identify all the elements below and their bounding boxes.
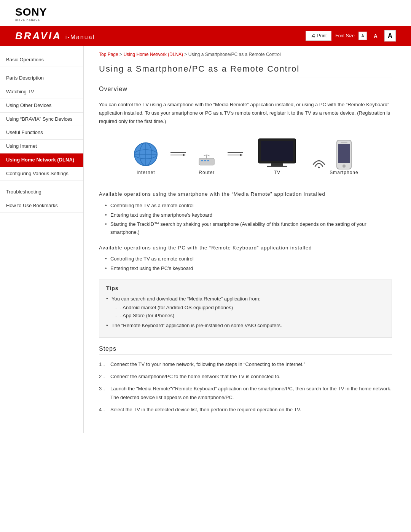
tips-item-2: The “Remote Keyboard” application is pre… [106,322,385,330]
breadcrumb: Top Page > Using Home Network (DLNA) > U… [99,52,392,57]
breadcrumb-sep2: > [184,52,188,57]
svg-rect-22 [338,144,350,163]
font-large-button[interactable]: A [384,30,396,42]
svg-rect-10 [207,160,209,161]
svg-rect-7 [199,158,214,165]
sidebar-item-troubleshooting[interactable]: Troubleshooting [0,185,83,199]
diagram-internet-label: Internet [137,170,155,175]
font-small-button[interactable]: A [358,32,367,40]
page-title: Using a Smartphone/PC as a Remote Contro… [99,64,392,78]
pc-keyboard-heading: Available operations using the PC with t… [99,244,392,252]
steps-list: Connect the TV to your home network, fol… [99,360,392,414]
tips-list: You can search and download the “Media R… [106,295,385,330]
font-medium-button[interactable]: A [371,31,381,41]
diagram: Internet Router [99,133,392,179]
media-remote-bullet-list: Controlling the TV as a remote control E… [105,202,392,236]
media-remote-bullet-3: Starting the TrackID™ search by shaking … [105,220,392,236]
bravia-logo: BRAVIA [15,30,62,42]
pc-keyboard-bullet-2: Entering text using the PC’s keyboard [105,265,392,273]
svg-rect-17 [261,141,293,161]
print-label: Print [317,33,327,38]
diagram-router: Router [197,152,216,175]
sidebar-item-configuring-settings[interactable]: Configuring Various Settings [0,167,83,181]
media-remote-bullet-2: Entering text using the smartphone’s key… [105,211,392,219]
sidebar-item-how-to-bookmarks[interactable]: How to Use Bookmarks [0,199,83,213]
tips-title: Tips [106,285,385,291]
sidebar-item-useful-functions[interactable]: Useful Functions [0,126,83,140]
title-bar-right: 🖨 Print Font Size A A A [306,30,396,42]
imanual-label: i-Manual [65,34,95,41]
title-bar: BRAVIA i-Manual 🖨 Print Font Size A A A [0,26,411,46]
sidebar-item-using-home-network[interactable]: Using Home Network (DLNA) [0,153,83,167]
breadcrumb-sep1: > [119,52,123,57]
media-remote-heading: Available operations using the smartphon… [99,190,392,198]
pc-keyboard-bullet-list: Controlling the TV as a remote control E… [105,255,392,273]
step-3-sub: The detected device list appears on the … [110,395,234,400]
step-3: Launch the "Media Remote"/"Remote Keyboa… [99,385,392,401]
tips-item-1-text: You can search and download the “Media R… [112,296,260,302]
bravia-title: BRAVIA i-Manual [15,30,95,42]
breadcrumb-dlna[interactable]: Using Home Network (DLNA) [123,52,183,57]
router-svg-icon [197,152,216,168]
sidebar-item-basic-operations[interactable]: Basic Operations [0,53,83,67]
print-icon: 🖨 [311,33,316,39]
breadcrumb-top-page[interactable]: Top Page [99,52,118,57]
sidebar-item-using-other-devices[interactable]: Using Other Devices [0,99,83,113]
breadcrumb-current: Using a Smartphone/PC as a Remote Contro… [188,52,281,57]
sidebar-item-parts-description[interactable]: Parts Description [0,72,83,85]
media-remote-bullet-1: Controlling the TV as a remote control [105,202,392,210]
sidebar-item-bravia-sync[interactable]: Using “BRAVIA” Sync Devices [0,113,83,126]
tips-box: Tips You can search and download the “Me… [99,280,392,338]
diagram-router-label: Router [199,170,215,175]
sony-tagline: make.believe [15,18,47,22]
svg-marker-6 [183,154,186,156]
sony-logo: SONY [15,6,47,18]
tips-item-1: You can search and download the “Media R… [106,295,385,320]
arrow-router-tv [228,152,243,153]
step-2: Connect the smartphone/PC to the home ne… [99,372,392,381]
step-1: Connect the TV to your home network, fol… [99,360,392,369]
steps-heading: Steps [99,345,392,355]
diagram-tv: TV [254,137,300,175]
step-4: Select the TV in the detected device lis… [99,406,392,414]
font-size-label: Font Size [335,33,355,38]
header: SONY make.believe BRAVIA i-Manual 🖨 Prin… [0,0,411,46]
svg-rect-19 [267,166,287,168]
svg-rect-24 [341,142,347,143]
diagram-smartphone: Smartphone [311,139,358,175]
tips-sub-item-2: - App Store (for iPhones) [115,312,385,320]
tips-item-2-text: The “Remote Keyboard” application is pre… [112,323,282,328]
overview-text: You can control the TV using a smartphon… [99,101,392,126]
tips-sub-list-1: - Android market (for Android OS-equippe… [115,304,385,320]
svg-rect-18 [271,163,283,166]
svg-point-23 [342,165,346,168]
tv-svg-icon [254,137,300,168]
sidebar-item-using-internet[interactable]: Using Internet [0,140,83,153]
overview-heading: Overview [99,86,392,95]
svg-point-20 [318,167,320,169]
main-content: Top Page > Using Home Network (DLNA) > U… [84,46,411,433]
svg-marker-15 [240,154,243,156]
diagram-tv-label: TV [274,170,280,175]
smartphone-svg-icon [335,139,354,170]
sidebar-item-watching-tv[interactable]: Watching TV [0,85,83,99]
top-bar: SONY make.believe [0,0,411,26]
sidebar: Basic Operations Parts Description Watch… [0,46,84,433]
pc-keyboard-bullet-1: Controlling the TV as a remote control [105,255,392,263]
wifi-icon [311,155,327,168]
arrow-internet-router [170,152,186,153]
sony-logo-area: SONY make.believe [15,6,47,22]
svg-rect-8 [201,160,203,161]
main-layout: Basic Operations Parts Description Watch… [0,46,411,433]
svg-line-12 [204,155,207,156]
diagram-internet: Internet [132,141,159,175]
diagram-smartphone-label: Smartphone [330,170,358,175]
svg-line-13 [207,155,210,156]
print-button[interactable]: 🖨 Print [306,31,332,41]
globe-icon [132,141,159,168]
tips-sub-item-1: - Android market (for Android OS-equippe… [115,304,385,312]
svg-rect-9 [204,160,206,161]
